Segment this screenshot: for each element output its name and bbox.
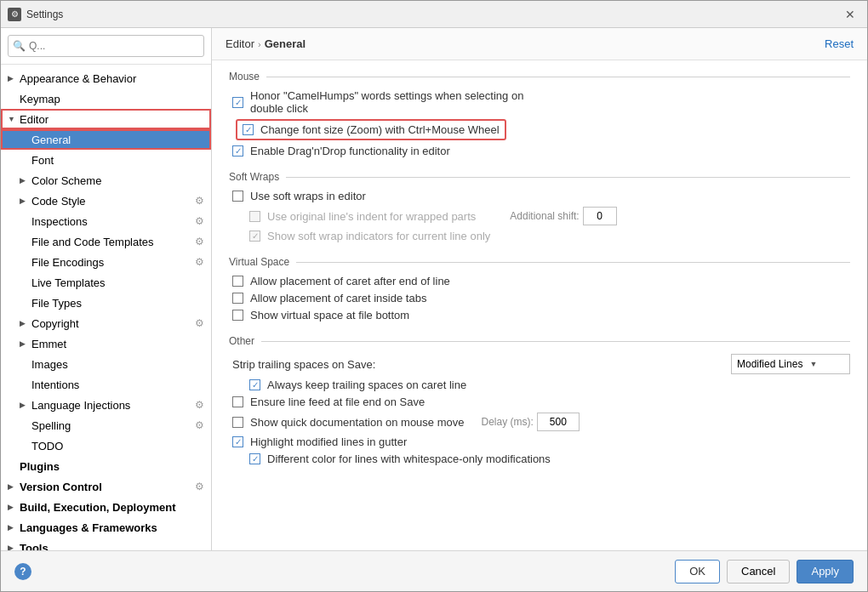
camelhump-label: Honor "CamelHumps" words settings when s… <box>250 89 523 115</box>
original-indent-option: Use original line's indent for wrapped p… <box>229 207 850 225</box>
soft-wraps-title: Soft Wraps <box>229 171 850 183</box>
footer: ? OK Cancel Apply <box>1 550 867 591</box>
show-quick-doc-checkbox[interactable] <box>232 417 243 428</box>
sidebar-item-color-scheme[interactable]: ▶ Color Scheme <box>1 170 211 191</box>
search-wrapper: 🔍 <box>8 35 204 57</box>
sidebar: 🔍 ▶ Appearance & Behavior Keymap <box>1 28 212 550</box>
allow-caret-tabs-checkbox[interactable] <box>232 293 243 304</box>
sidebar-item-label: Appearance & Behavior <box>20 72 204 85</box>
sidebar-item-label: Spelling <box>31 419 195 432</box>
close-button[interactable]: ✕ <box>840 4 860 25</box>
show-virtual-bottom-checkbox[interactable] <box>232 310 243 321</box>
ok-button[interactable]: OK <box>675 560 720 583</box>
sidebar-item-label: Inspections <box>31 215 195 228</box>
sidebar-item-intentions[interactable]: Intentions <box>1 374 211 395</box>
use-soft-wraps-label: Use soft wraps in editor <box>250 190 366 202</box>
keep-trailing-spaces-label: Always keep trailing spaces on caret lin… <box>267 379 466 391</box>
sidebar-item-label: File Encodings <box>31 256 195 269</box>
allow-caret-end-checkbox[interactable] <box>232 276 243 287</box>
sidebar-item-todo[interactable]: TODO <box>1 435 211 456</box>
sidebar-item-label: Emmet <box>31 338 204 350</box>
sidebar-item-file-encodings[interactable]: File Encodings ⚙ <box>1 252 211 272</box>
search-input[interactable] <box>8 35 204 57</box>
delay-label: Delay (ms): <box>481 416 533 428</box>
ensure-line-feed-checkbox[interactable] <box>232 396 243 407</box>
original-indent-label: Use original line's indent for wrapped p… <box>267 210 476 223</box>
dragndrop-label: Enable Drag'n'Drop functionality in edit… <box>250 145 450 157</box>
use-soft-wraps-checkbox[interactable] <box>232 191 243 202</box>
sidebar-item-label: Plugins <box>20 460 204 473</box>
window-title: Settings <box>26 9 63 20</box>
sidebar-item-appearance[interactable]: ▶ Appearance & Behavior <box>1 68 211 88</box>
highlight-modified-label: Highlight modified lines in gutter <box>250 435 407 448</box>
keep-trailing-spaces-checkbox[interactable] <box>249 379 260 390</box>
apply-button[interactable]: Apply <box>797 560 854 583</box>
app-icon: ⚙ <box>8 8 21 21</box>
camelhump-checkbox[interactable] <box>232 97 243 108</box>
zoom-checkbox[interactable] <box>243 124 254 135</box>
sidebar-item-version-control[interactable]: ▶ Version Control ⚙ <box>1 476 211 497</box>
other-section-title: Other <box>229 335 850 347</box>
allow-caret-tabs-label: Allow placement of caret inside tabs <box>250 292 426 305</box>
sidebar-item-font[interactable]: Font <box>1 150 211 170</box>
delay-input[interactable] <box>537 413 580 431</box>
sidebar-tree: ▶ Appearance & Behavior Keymap ▼ Editor <box>1 65 211 550</box>
dragndrop-checkbox[interactable] <box>232 145 243 157</box>
breadcrumb-parent: Editor <box>226 37 254 50</box>
sidebar-item-label: Color Scheme <box>31 174 204 187</box>
cancel-button[interactable]: Cancel <box>727 560 790 583</box>
sidebar-item-build-execution[interactable]: ▶ Build, Execution, Deployment <box>1 497 211 517</box>
expand-arrow-icon: ▶ <box>20 319 31 327</box>
sidebar-item-label: Version Control <box>20 481 195 493</box>
sidebar-item-file-types[interactable]: File Types <box>1 293 211 313</box>
sidebar-item-spelling[interactable]: Spelling ⚙ <box>1 415 211 435</box>
sidebar-item-label: Live Templates <box>31 276 204 289</box>
breadcrumb: Editor › General <box>226 37 306 50</box>
sidebar-item-emmet[interactable]: ▶ Emmet <box>1 333 211 354</box>
expand-arrow-icon: ▶ <box>8 503 20 511</box>
use-soft-wraps-option: Use soft wraps in editor <box>229 190 850 202</box>
sidebar-item-inspections[interactable]: Inspections ⚙ <box>1 211 211 231</box>
sidebar-item-label: Editor <box>20 113 204 126</box>
sidebar-item-copyright[interactable]: ▶ Copyright ⚙ <box>1 313 211 333</box>
strip-trailing-label: Strip trailing spaces on Save: <box>232 358 375 371</box>
breadcrumb-current: General <box>265 37 306 50</box>
sidebar-item-label: TODO <box>31 440 204 453</box>
gear-icon: ⚙ <box>195 215 204 227</box>
sidebar-item-label: File Types <box>31 297 204 310</box>
original-indent-checkbox[interactable] <box>249 211 260 222</box>
gear-icon: ⚙ <box>195 317 204 329</box>
sidebar-item-label: Languages & Frameworks <box>20 521 204 534</box>
sidebar-item-live-templates[interactable]: Live Templates <box>1 272 211 293</box>
sidebar-item-images[interactable]: Images <box>1 354 211 374</box>
help-button[interactable]: ? <box>14 563 31 580</box>
additional-shift-input[interactable] <box>583 207 617 225</box>
highlight-modified-option: Highlight modified lines in gutter <box>229 435 850 448</box>
settings-content: Mouse Honor "CamelHumps" words settings … <box>212 60 867 550</box>
dropdown-arrow-icon: ▼ <box>809 360 817 368</box>
sidebar-item-file-code-templates[interactable]: File and Code Templates ⚙ <box>1 231 211 252</box>
sidebar-item-editor[interactable]: ▼ Editor <box>1 109 211 129</box>
gear-icon: ⚙ <box>195 419 204 431</box>
virtual-space-title: Virtual Space <box>229 256 850 268</box>
zoom-highlight-box: Change font size (Zoom) with Ctrl+Mouse … <box>236 119 506 140</box>
sidebar-item-tools[interactable]: ▶ Tools <box>1 538 211 550</box>
reset-link[interactable]: Reset <box>825 37 854 50</box>
allow-caret-end-label: Allow placement of caret after end of li… <box>250 275 450 287</box>
sidebar-item-plugins[interactable]: Plugins <box>1 456 211 476</box>
sidebar-item-keymap[interactable]: Keymap <box>1 88 211 109</box>
sidebar-item-languages-frameworks[interactable]: ▶ Languages & Frameworks <box>1 517 211 538</box>
sidebar-item-code-style[interactable]: ▶ Code Style ⚙ <box>1 191 211 211</box>
sidebar-item-general[interactable]: General <box>1 129 211 150</box>
sidebar-item-label: Font <box>31 154 204 167</box>
highlight-modified-checkbox[interactable] <box>232 436 243 447</box>
different-color-checkbox[interactable] <box>249 453 260 464</box>
settings-window: ⚙ Settings ✕ 🔍 ▶ Appearance & Behavior <box>0 0 868 592</box>
soft-wrap-indicators-checkbox[interactable] <box>249 231 260 242</box>
sidebar-item-language-injections[interactable]: ▶ Language Injections ⚙ <box>1 395 211 415</box>
ensure-line-feed-option: Ensure line feed at file end on Save <box>229 396 850 408</box>
keep-trailing-spaces-option: Always keep trailing spaces on caret lin… <box>229 379 850 391</box>
strip-trailing-value: Modified Lines <box>737 358 802 370</box>
strip-trailing-dropdown[interactable]: Modified Lines ▼ <box>731 354 850 374</box>
expand-arrow-icon: ▶ <box>20 401 31 409</box>
